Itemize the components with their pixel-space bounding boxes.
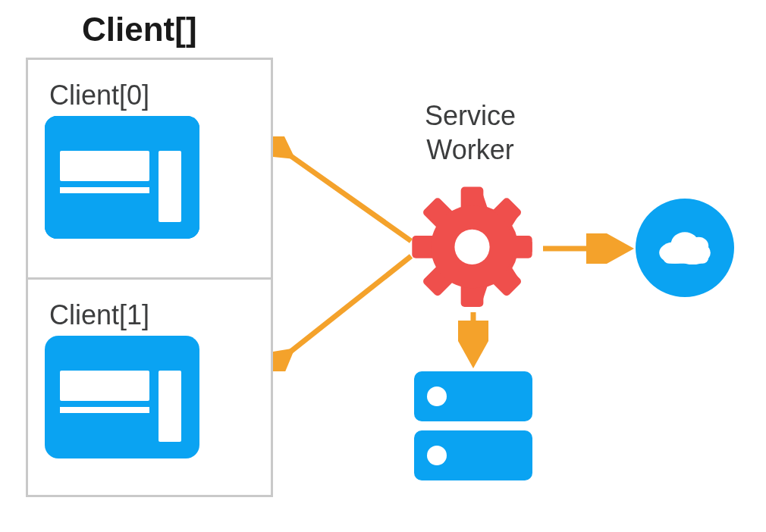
server-icon [414, 371, 532, 481]
svg-point-49 [427, 446, 447, 465]
service-worker-label-line1: Service [425, 100, 516, 131]
gear-icon [410, 182, 535, 307]
svg-point-39 [454, 230, 489, 264]
arrow-sw-to-cloud [538, 233, 637, 264]
svg-line-51 [287, 256, 411, 355]
browser-window-icon [45, 116, 199, 239]
client-array-box: Client[0] [26, 58, 273, 497]
svg-line-50 [287, 153, 411, 241]
client-0-label: Client[0] [49, 80, 257, 111]
svg-rect-29 [159, 371, 181, 442]
client-1-box: Client[1] [28, 280, 271, 497]
service-worker-label: Service Worker [410, 99, 531, 167]
svg-rect-28 [60, 407, 149, 413]
svg-rect-27 [60, 371, 149, 401]
svg-rect-24 [60, 187, 149, 193]
svg-point-47 [427, 386, 447, 406]
clients-title: Client[] [82, 11, 197, 49]
arrow-sw-to-client1 [273, 243, 425, 371]
diagram-canvas: Client[] Client[0] [0, 0, 766, 532]
arrow-sw-to-server [458, 309, 488, 371]
cloud-icon [636, 199, 734, 297]
service-worker-label-line2: Worker [426, 134, 513, 165]
svg-rect-25 [159, 151, 181, 222]
client-1-label: Client[1] [49, 299, 257, 331]
browser-window-icon [45, 336, 199, 458]
svg-rect-23 [60, 151, 149, 181]
client-0-box: Client[0] [28, 60, 271, 280]
svg-rect-45 [663, 252, 708, 264]
